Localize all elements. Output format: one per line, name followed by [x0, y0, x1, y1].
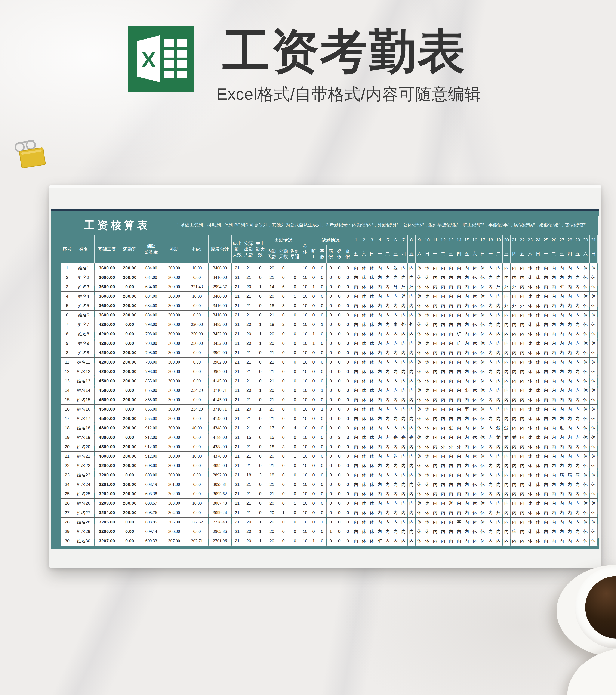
- data-cell[interactable]: 0: [344, 489, 352, 498]
- data-cell[interactable]: 14: [266, 282, 278, 291]
- data-cell[interactable]: 10: [301, 414, 309, 423]
- day-cell[interactable]: 内: [352, 376, 360, 386]
- day-cell[interactable]: 内: [400, 301, 407, 310]
- day-cell[interactable]: 内: [384, 442, 392, 452]
- day-cell[interactable]: 内: [447, 263, 455, 273]
- header-cell[interactable]: 缺勤情况: [309, 235, 352, 245]
- data-cell[interactable]: 0: [335, 310, 344, 320]
- day-cell[interactable]: 内: [352, 357, 360, 367]
- data-cell[interactable]: 10: [301, 452, 309, 461]
- day-cell[interactable]: 内: [455, 480, 463, 489]
- data-cell[interactable]: 40.00: [186, 423, 208, 433]
- data-cell[interactable]: 1: [254, 386, 266, 395]
- day-cell[interactable]: 内: [566, 357, 573, 367]
- day-cell[interactable]: 内: [495, 536, 502, 545]
- day-cell[interactable]: 休: [368, 423, 376, 433]
- data-cell[interactable]: 1: [254, 282, 266, 291]
- data-cell[interactable]: 0: [278, 404, 289, 414]
- day-cell[interactable]: 休: [471, 508, 479, 517]
- day-cell[interactable]: 内: [558, 339, 566, 348]
- day-cell[interactable]: 休: [582, 386, 589, 395]
- day-cell[interactable]: 内: [487, 367, 495, 376]
- day-cell[interactable]: 内: [400, 423, 407, 433]
- weekday-header[interactable]: 日: [479, 245, 487, 263]
- data-cell[interactable]: 1: [289, 263, 301, 273]
- day-cell[interactable]: 休: [423, 386, 431, 395]
- day-cell[interactable]: 内: [352, 291, 360, 301]
- day-cell[interactable]: 迟: [447, 423, 455, 433]
- day-cell[interactable]: 休: [415, 508, 423, 517]
- day-cell[interactable]: 休: [471, 339, 479, 348]
- day-cell[interactable]: 内: [463, 301, 471, 310]
- day-cell[interactable]: 内: [407, 423, 415, 433]
- data-cell[interactable]: 0: [327, 329, 335, 339]
- data-cell[interactable]: 0: [327, 320, 335, 329]
- data-cell[interactable]: 200.00: [120, 395, 140, 404]
- day-cell[interactable]: 内: [566, 310, 573, 320]
- data-cell[interactable]: 3416.00: [208, 301, 231, 310]
- data-cell[interactable]: 304.00: [163, 508, 186, 517]
- data-cell[interactable]: 3600.00: [94, 273, 120, 282]
- data-cell[interactable]: 14: [61, 386, 73, 395]
- day-cell[interactable]: 内: [376, 489, 384, 498]
- day-cell[interactable]: 内: [518, 423, 526, 433]
- data-cell[interactable]: 608.57: [140, 498, 163, 508]
- day-cell[interactable]: 内: [573, 442, 582, 452]
- data-cell[interactable]: 姓名18: [73, 423, 94, 433]
- day-cell[interactable]: 内: [392, 357, 400, 367]
- day-cell[interactable]: 休: [471, 433, 479, 442]
- day-cell[interactable]: 内: [407, 357, 415, 367]
- day-cell[interactable]: 内: [447, 404, 455, 414]
- data-cell[interactable]: 1: [254, 320, 266, 329]
- day-cell[interactable]: 内: [463, 376, 471, 386]
- data-cell[interactable]: 姓名11: [73, 357, 94, 367]
- day-cell[interactable]: 内: [352, 517, 360, 527]
- day-cell[interactable]: 内: [542, 376, 550, 386]
- data-cell[interactable]: 21: [231, 404, 243, 414]
- day-cell[interactable]: 休: [589, 320, 597, 329]
- day-cell[interactable]: 休: [479, 310, 487, 320]
- data-cell[interactable]: 姓名19: [73, 433, 94, 442]
- data-cell[interactable]: 1: [327, 527, 335, 536]
- day-cell[interactable]: 内: [352, 527, 360, 536]
- day-cell[interactable]: 内: [566, 508, 573, 517]
- data-cell[interactable]: 0: [309, 310, 318, 320]
- day-cell[interactable]: 内: [510, 498, 518, 508]
- day-cell[interactable]: 休: [423, 433, 431, 442]
- data-cell[interactable]: 21: [243, 376, 254, 386]
- day-cell[interactable]: 内: [550, 376, 558, 386]
- data-cell[interactable]: 0.00: [186, 470, 208, 480]
- day-cell[interactable]: 内: [573, 282, 582, 291]
- day-cell[interactable]: 休: [423, 452, 431, 461]
- day-cell[interactable]: 内: [566, 376, 573, 386]
- data-cell[interactable]: 21: [231, 376, 243, 386]
- day-cell[interactable]: 内: [495, 348, 502, 357]
- data-cell[interactable]: 27: [61, 508, 73, 517]
- day-cell[interactable]: 休: [589, 498, 597, 508]
- day-cell[interactable]: 休: [368, 433, 376, 442]
- day-cell[interactable]: 内: [376, 282, 384, 291]
- day-cell[interactable]: 内: [573, 498, 582, 508]
- day-cell[interactable]: 内: [376, 423, 384, 433]
- day-number-header[interactable]: 13: [447, 235, 455, 245]
- data-cell[interactable]: 10: [301, 329, 309, 339]
- day-cell[interactable]: 内: [400, 310, 407, 320]
- data-cell[interactable]: 0: [278, 273, 289, 282]
- weekday-header[interactable]: 六: [360, 245, 368, 263]
- day-cell[interactable]: 内: [550, 301, 558, 310]
- day-cell[interactable]: 内: [573, 433, 582, 442]
- day-cell[interactable]: 内: [407, 414, 415, 423]
- data-cell[interactable]: 0: [309, 442, 318, 452]
- day-cell[interactable]: 内: [392, 301, 400, 310]
- day-cell[interactable]: 内: [487, 508, 495, 517]
- data-cell[interactable]: 3095.62: [208, 489, 231, 498]
- weekday-header[interactable]: 五: [463, 245, 471, 263]
- day-cell[interactable]: 外: [518, 301, 526, 310]
- day-cell[interactable]: 内: [376, 329, 384, 339]
- data-cell[interactable]: 0.00: [120, 517, 140, 527]
- data-cell[interactable]: 2892.00: [208, 470, 231, 480]
- day-cell[interactable]: 内: [518, 452, 526, 461]
- day-cell[interactable]: 内: [510, 404, 518, 414]
- day-cell[interactable]: 内: [447, 310, 455, 320]
- day-cell[interactable]: 内: [439, 461, 447, 470]
